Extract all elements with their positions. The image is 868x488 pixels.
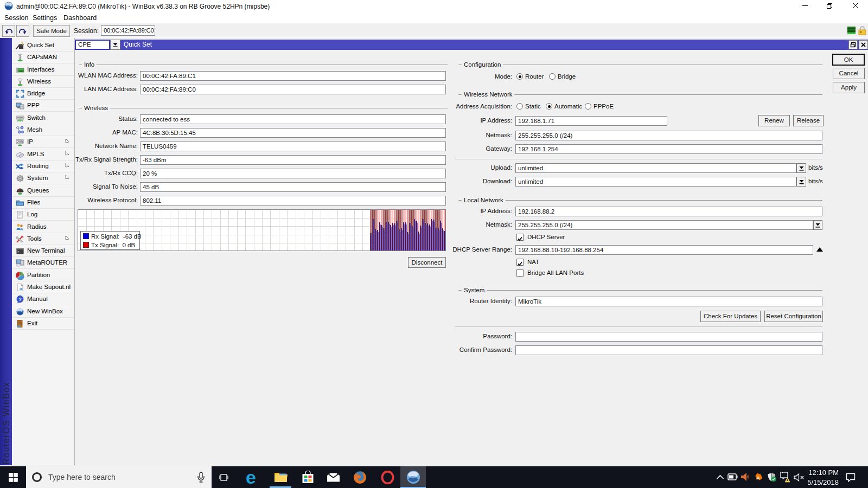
svg-text:255: 255 <box>17 140 23 144</box>
svg-text:?: ? <box>18 297 22 302</box>
svg-text:>_: >_ <box>17 250 22 254</box>
